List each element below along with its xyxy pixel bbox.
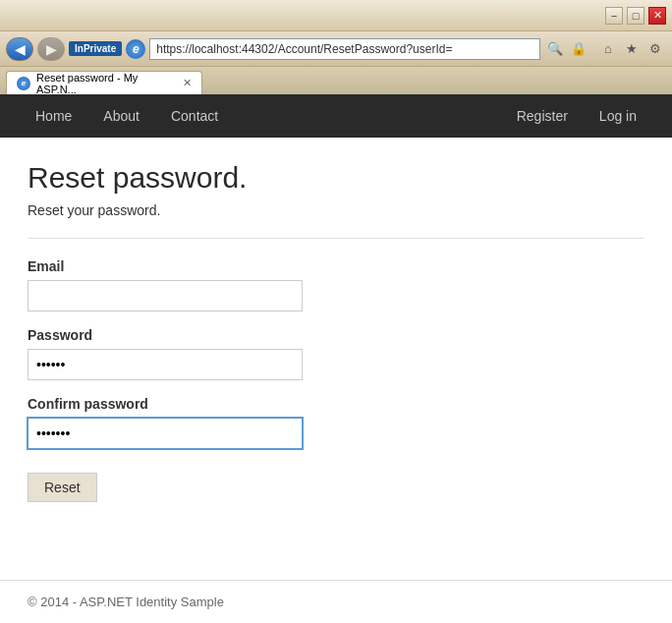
nav-links-left: Home About Contact (20, 96, 234, 136)
close-button[interactable]: ✕ (648, 7, 666, 25)
reset-button[interactable]: Reset (28, 473, 97, 502)
page-subtitle: Reset your password. (28, 202, 644, 218)
footer: © 2014 - ASP.NET Identity Sample (0, 580, 672, 623)
email-label: Email (28, 258, 644, 274)
password-input[interactable] (28, 349, 303, 380)
inprivate-badge: InPrivate (69, 41, 122, 56)
forward-icon: ▶ (46, 41, 57, 57)
tab-close-button[interactable]: ✕ (183, 77, 192, 89)
maximize-button[interactable]: □ (627, 7, 644, 25)
footer-text: © 2014 - ASP.NET Identity Sample (28, 595, 224, 609)
nav-login[interactable]: Log in (584, 96, 652, 136)
minimize-button[interactable]: − (605, 7, 623, 25)
email-input[interactable] (28, 280, 303, 312)
back-button[interactable]: ◀ (6, 37, 33, 61)
confirm-password-label: Confirm password (28, 396, 644, 412)
confirm-password-group: Confirm password (28, 396, 644, 449)
nav-about[interactable]: About (87, 96, 155, 136)
address-bar-row: ◀ ▶ InPrivate e 🔍 🔒 ⌂ ★ ⚙ (0, 31, 672, 67)
address-input[interactable] (149, 38, 540, 60)
page-title: Reset password. (28, 161, 644, 195)
reset-password-form: Email Password Confirm password Reset (28, 258, 644, 502)
main-content: Reset password. Reset your password. Ema… (0, 138, 672, 580)
email-group: Email (28, 258, 644, 312)
tab-bar: e Reset password - My ASP.N... ✕ (0, 67, 672, 94)
nav-contact[interactable]: Contact (155, 96, 234, 136)
search-icon[interactable]: 🔍 (544, 38, 566, 60)
divider (28, 238, 644, 239)
back-icon: ◀ (15, 41, 26, 57)
settings-icon[interactable]: ⚙ (644, 38, 666, 60)
favorites-icon[interactable]: ★ (621, 38, 643, 60)
confirm-password-input[interactable] (28, 418, 303, 449)
password-group: Password (28, 327, 644, 380)
ie-logo: e (126, 39, 145, 59)
forward-button[interactable]: ▶ (37, 37, 65, 61)
password-label: Password (28, 327, 644, 343)
address-icons: 🔍 🔒 (544, 38, 589, 60)
tab-label: Reset password - My ASP.N... (36, 72, 175, 95)
nav-bar: Home About Contact Register Log in (0, 94, 672, 138)
nav-links-right: Register Log in (501, 96, 652, 136)
tab-ie-logo: e (17, 77, 30, 90)
nav-home[interactable]: Home (20, 96, 87, 136)
lock-icon[interactable]: 🔒 (568, 38, 589, 60)
browser-tab[interactable]: e Reset password - My ASP.N... ✕ (6, 71, 202, 94)
title-bar: − □ ✕ (0, 0, 672, 31)
browser-window: − □ ✕ ◀ ▶ InPrivate e 🔍 🔒 ⌂ ★ ⚙ e Reset … (0, 0, 672, 623)
home-icon[interactable]: ⌂ (597, 38, 619, 60)
toolbar-icons: ⌂ ★ ⚙ (597, 38, 666, 60)
page-content: Home About Contact Register Log in Reset… (0, 94, 672, 623)
nav-register[interactable]: Register (501, 96, 584, 136)
